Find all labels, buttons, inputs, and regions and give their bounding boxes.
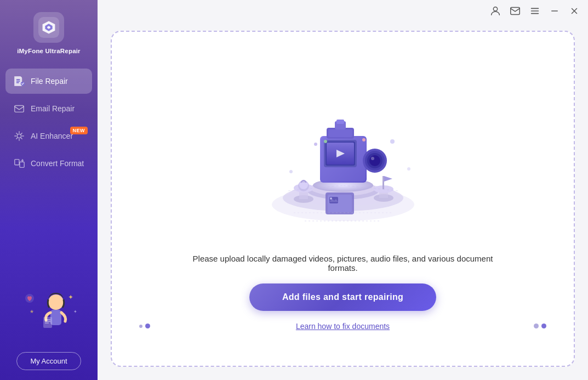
svg-rect-56 bbox=[336, 120, 344, 124]
sidebar-item-file-repair[interactable]: File Repair bbox=[5, 69, 92, 94]
sidebar-item-ai-enhancer-label: AI Enhancer bbox=[31, 132, 73, 140]
svg-rect-49 bbox=[328, 129, 352, 137]
sidebar-item-convert-format-label: Convert Format bbox=[31, 159, 84, 168]
title-bar bbox=[98, 0, 588, 22]
svg-rect-6 bbox=[20, 162, 24, 167]
new-badge: NEW bbox=[70, 127, 88, 134]
dot-3 bbox=[534, 324, 539, 328]
svg-point-17 bbox=[493, 7, 497, 11]
svg-rect-5 bbox=[15, 160, 19, 165]
learn-link[interactable]: Learn how to fix documents bbox=[296, 322, 390, 331]
minimize-button[interactable] bbox=[549, 5, 561, 17]
svg-rect-18 bbox=[511, 8, 520, 15]
sidebar-item-ai-enhancer[interactable]: AI Enhancer NEW bbox=[5, 123, 92, 149]
svg-rect-37 bbox=[383, 176, 384, 189]
svg-point-63 bbox=[407, 167, 410, 171]
content-area: Please upload locally damaged videos, pi… bbox=[98, 22, 588, 380]
svg-point-61 bbox=[314, 143, 317, 146]
svg-text:★: ★ bbox=[30, 309, 34, 314]
svg-point-53 bbox=[369, 155, 380, 166]
nav-items: File Repair Email Repair AI Enhancer NEW bbox=[0, 65, 98, 176]
sidebar-item-email-repair[interactable]: Email Repair bbox=[5, 96, 92, 121]
logo-area: iMyFone UltraRepair bbox=[17, 0, 81, 65]
dots-right bbox=[534, 324, 546, 328]
svg-rect-3 bbox=[15, 105, 24, 112]
main-content: Please upload locally damaged videos, pi… bbox=[98, 0, 588, 380]
app-logo bbox=[33, 12, 64, 43]
sidebar-item-convert-format[interactable]: Convert Format bbox=[5, 151, 92, 176]
drop-zone: Please upload locally damaged videos, pi… bbox=[111, 31, 575, 367]
sidebar-item-email-repair-label: Email Repair bbox=[31, 104, 75, 113]
menu-icon[interactable] bbox=[529, 5, 541, 17]
sidebar-bottom: ✦ ★ ✦ My Account bbox=[0, 283, 98, 380]
svg-point-4 bbox=[17, 134, 21, 138]
svg-rect-13 bbox=[43, 317, 52, 328]
sidebar-illustration: ✦ ★ ✦ bbox=[13, 283, 84, 343]
dot-1 bbox=[139, 325, 142, 328]
svg-point-64 bbox=[289, 170, 293, 173]
dot-4 bbox=[541, 324, 546, 328]
close-button[interactable] bbox=[568, 5, 580, 17]
svg-point-57 bbox=[324, 140, 327, 143]
sidebar: iMyFone UltraRepair File Repair Email Re… bbox=[0, 0, 98, 380]
hero-illustration bbox=[239, 67, 447, 243]
account-icon[interactable] bbox=[489, 5, 501, 17]
add-files-button[interactable]: Add files and start repairing bbox=[249, 283, 436, 311]
app-name: iMyFone UltraRepair bbox=[17, 47, 81, 55]
svg-point-8 bbox=[48, 294, 64, 310]
svg-point-54 bbox=[371, 157, 374, 160]
sidebar-item-file-repair-label: File Repair bbox=[31, 77, 68, 86]
description-text: Please upload locally damaged videos, pi… bbox=[179, 254, 507, 273]
dot-2 bbox=[145, 324, 150, 328]
svg-point-41 bbox=[330, 197, 332, 200]
svg-point-58 bbox=[362, 138, 366, 141]
svg-text:✦: ✦ bbox=[68, 293, 73, 301]
svg-point-62 bbox=[390, 139, 395, 144]
dots-left bbox=[139, 324, 150, 328]
my-account-button[interactable]: My Account bbox=[16, 352, 81, 370]
message-icon[interactable] bbox=[509, 5, 521, 17]
svg-text:✦: ✦ bbox=[73, 309, 77, 314]
